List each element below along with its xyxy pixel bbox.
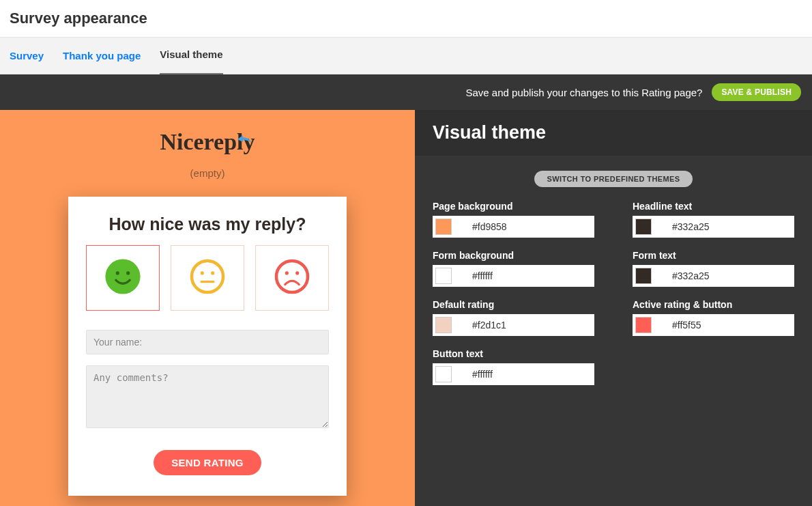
color-item-default-rating: Default rating — [433, 299, 594, 336]
color-swatch[interactable] — [635, 219, 652, 235]
svg-point-2 — [126, 271, 130, 275]
save-publish-button[interactable]: SAVE & PUBLISH — [712, 83, 801, 101]
color-item-page-background: Page background — [433, 201, 594, 238]
color-label: Form text — [633, 250, 794, 261]
logo-text: Nicereply — [160, 129, 255, 155]
comments-textarea[interactable] — [86, 365, 329, 428]
neutral-icon — [186, 255, 229, 301]
survey-question: How nice was my reply? — [86, 214, 329, 234]
color-label: Page background — [433, 201, 594, 212]
theme-panel-title: Visual theme — [433, 122, 794, 143]
svg-point-5 — [211, 271, 214, 275]
svg-point-4 — [201, 271, 204, 275]
switch-predefined-button[interactable]: SWITCH TO PREDEFINED THEMES — [534, 171, 692, 187]
theme-panel-body: SWITCH TO PREDEFINED THEMES Page backgro… — [415, 156, 812, 400]
color-label: Button text — [433, 348, 594, 359]
color-value-input[interactable] — [660, 320, 792, 331]
svg-point-9 — [295, 271, 299, 275]
color-item-button-text: Button text — [433, 348, 594, 385]
rating-face-neutral[interactable] — [171, 245, 244, 311]
color-swatch[interactable] — [435, 268, 452, 284]
preview-pane: Nicereply (empty) How nice was my reply? — [0, 110, 415, 506]
content: Nicereply (empty) How nice was my reply? — [0, 110, 812, 506]
page-title: Survey appearance — [0, 0, 812, 37]
theme-panel: Visual theme SWITCH TO PREDEFINED THEMES… — [415, 110, 812, 506]
svg-point-7 — [276, 261, 308, 292]
color-input[interactable] — [633, 314, 794, 336]
tab-thank-you[interactable]: Thank you page — [63, 50, 141, 61]
send-rating-button[interactable]: SEND RATING — [154, 450, 261, 475]
color-label: Active rating & button — [633, 299, 794, 310]
svg-point-3 — [192, 261, 223, 292]
action-bar-prompt: Save and publish your changes to this Ra… — [466, 87, 703, 98]
color-swatch[interactable] — [435, 317, 452, 333]
color-input[interactable] — [633, 216, 794, 238]
reply-arrow-icon — [236, 123, 252, 149]
color-label: Headline text — [633, 201, 794, 212]
tab-survey[interactable]: Survey — [10, 50, 44, 61]
color-value-input[interactable] — [460, 320, 592, 331]
svg-point-1 — [116, 271, 119, 275]
smile-icon — [101, 255, 145, 301]
color-value-input[interactable] — [460, 369, 592, 380]
name-input[interactable] — [86, 330, 329, 354]
color-item-active-rating-button: Active rating & button — [633, 299, 794, 336]
color-input[interactable] — [433, 314, 594, 336]
tab-visual-theme[interactable]: Visual theme — [160, 37, 222, 74]
color-swatch[interactable] — [435, 219, 452, 235]
rating-faces — [86, 245, 329, 311]
color-grid: Page background Headline text Form backg… — [433, 201, 794, 385]
color-label: Form background — [433, 250, 594, 261]
color-label: Default rating — [433, 299, 594, 310]
color-swatch[interactable] — [635, 317, 652, 333]
color-value-input[interactable] — [460, 270, 592, 281]
logo-empty-label: (empty) — [190, 167, 225, 179]
frown-icon — [270, 255, 314, 301]
survey-card: How nice was my reply? — [68, 197, 347, 496]
color-swatch[interactable] — [635, 268, 652, 284]
color-value-input[interactable] — [660, 270, 792, 281]
color-swatch[interactable] — [435, 366, 452, 382]
rating-face-smile[interactable] — [86, 245, 160, 311]
color-item-headline-text: Headline text — [633, 201, 794, 238]
color-value-input[interactable] — [660, 221, 792, 232]
color-item-form-background: Form background — [433, 250, 594, 287]
rating-face-frown[interactable] — [255, 245, 329, 311]
theme-panel-header: Visual theme — [415, 110, 812, 156]
color-input[interactable] — [433, 216, 594, 238]
color-value-input[interactable] — [460, 221, 592, 232]
svg-point-0 — [105, 259, 140, 294]
tabs-bar: Survey Thank you page Visual theme — [0, 37, 812, 74]
color-input[interactable] — [433, 363, 594, 385]
svg-point-8 — [285, 271, 289, 275]
color-input[interactable] — [633, 265, 794, 287]
action-bar: Save and publish your changes to this Ra… — [0, 74, 812, 110]
color-item-form-text: Form text — [633, 250, 794, 287]
logo: Nicereply (empty) — [160, 129, 255, 179]
color-input[interactable] — [433, 265, 594, 287]
